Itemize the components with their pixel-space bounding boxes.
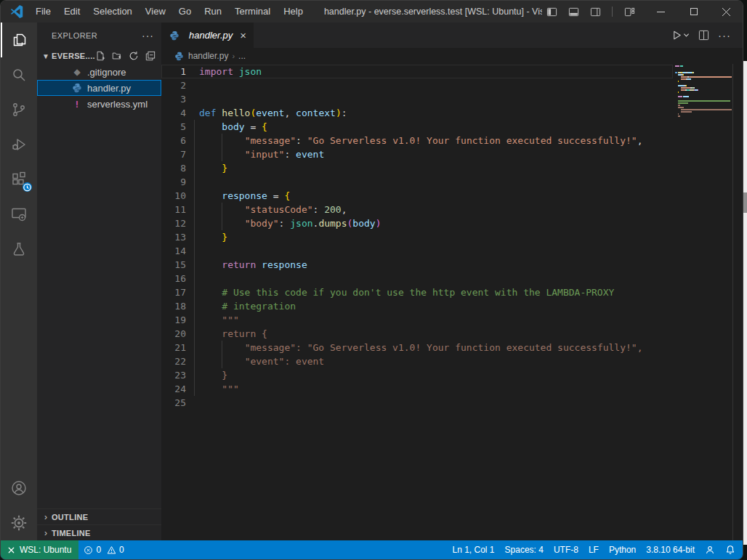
toggle-secondary-sidebar-icon[interactable]: [586, 2, 605, 21]
code-line[interactable]: 12 "body": json.dumps(body): [161, 216, 673, 230]
errors-icon: [84, 545, 93, 555]
code-line[interactable]: 9: [161, 175, 673, 189]
code-editor[interactable]: 1import json234def hello(event, context)…: [161, 64, 743, 540]
code-line[interactable]: 5 body = {: [161, 120, 673, 134]
indent-guide: [194, 313, 195, 327]
code-line[interactable]: 22 "event": event: [161, 354, 673, 368]
code-line[interactable]: 8 }: [161, 161, 673, 175]
minimize-button[interactable]: [645, 1, 677, 23]
code-text: [199, 272, 673, 285]
warnings-count: 0: [119, 545, 124, 555]
extensions-icon[interactable]: [1, 162, 37, 197]
file-handler-py[interactable]: handler.py: [37, 80, 161, 96]
code-line[interactable]: 2: [161, 78, 673, 92]
minimap[interactable]: [675, 65, 732, 120]
toggle-primary-sidebar-icon[interactable]: [542, 2, 561, 21]
menu-file[interactable]: File: [29, 1, 57, 23]
explorer-more-actions-icon[interactable]: ···: [142, 30, 154, 41]
code-line[interactable]: 11 "statusCode": 200,: [161, 203, 673, 216]
menu-view[interactable]: View: [139, 1, 172, 23]
status-encoding[interactable]: UTF-8: [549, 540, 584, 559]
status-indentation[interactable]: Spaces: 4: [500, 540, 549, 559]
menu-edit[interactable]: Edit: [57, 1, 86, 23]
code-line[interactable]: 13 }: [161, 230, 673, 244]
menu-go[interactable]: Go: [172, 1, 198, 23]
code-line[interactable]: 20 return {: [161, 327, 673, 341]
editor-scrollbar[interactable]: [732, 64, 743, 540]
file-serverless-yml[interactable]: !serverless.yml: [37, 96, 161, 112]
code-line[interactable]: 25: [161, 396, 673, 410]
code-line[interactable]: 19 """: [161, 313, 673, 327]
line-number: 25: [161, 396, 186, 410]
status-eol-sequence[interactable]: LF: [584, 540, 604, 559]
code-line[interactable]: 10 response = {: [161, 189, 673, 203]
refresh-icon[interactable]: [129, 51, 139, 61]
code-text: [199, 175, 673, 189]
tab-handler-py[interactable]: handler.py ×: [161, 23, 254, 48]
minimap-line: [675, 70, 732, 71]
code-text: return {: [199, 327, 673, 341]
minimap-line: [675, 83, 732, 84]
breadcrumb-chevron-icon: ›: [232, 52, 235, 60]
maximize-button[interactable]: [677, 1, 710, 23]
file-label: handler.py: [87, 83, 131, 94]
settings-icon[interactable]: [1, 506, 37, 540]
code-line[interactable]: 7 "input": event: [161, 147, 673, 161]
notifications-bell-icon[interactable]: [720, 540, 743, 559]
menu-selection[interactable]: Selection: [86, 1, 138, 23]
code-text: [199, 92, 673, 106]
code-line[interactable]: 1import json: [161, 65, 673, 78]
code-text: response = {: [199, 189, 673, 203]
code-line[interactable]: 14: [161, 244, 673, 258]
run-python-file-button[interactable]: [669, 23, 693, 48]
code-text: [199, 244, 673, 258]
panel-timeline[interactable]: ›TIMELINE: [37, 524, 161, 540]
code-line[interactable]: 17 # Use this code if you don't use the …: [161, 285, 673, 299]
code-line[interactable]: 4def hello(event, context):: [161, 106, 673, 120]
code-line[interactable]: 16: [161, 272, 673, 285]
remote-explorer-icon[interactable]: [1, 197, 37, 232]
collapse-all-icon[interactable]: [145, 51, 156, 61]
folder-section-header[interactable]: ▼ EVERSE....: [37, 48, 161, 64]
remote-indicator[interactable]: WSL: Ubuntu: [1, 540, 78, 559]
breadcrumb-symbol[interactable]: ...: [238, 51, 246, 61]
menu-run[interactable]: Run: [198, 1, 228, 23]
close-button[interactable]: [710, 1, 743, 23]
run-and-debug-icon[interactable]: [1, 127, 37, 162]
status-language-mode[interactable]: Python: [604, 540, 641, 559]
accounts-icon[interactable]: [1, 471, 37, 506]
code-line[interactable]: 15 return response: [161, 258, 673, 272]
toggle-panel-icon[interactable]: [564, 2, 583, 21]
breadcrumb-file[interactable]: handler.py: [188, 51, 228, 61]
source-control-icon[interactable]: [1, 92, 37, 127]
panel-outline[interactable]: ›OUTLINE: [37, 508, 161, 524]
customize-layout-icon[interactable]: [620, 2, 639, 21]
file-tree: ◆.gitignorehandler.py!serverless.yml: [37, 64, 161, 112]
split-editor-icon[interactable]: [695, 23, 712, 48]
tab-close-icon[interactable]: ×: [240, 29, 246, 41]
testing-icon[interactable]: [1, 232, 37, 267]
new-folder-icon[interactable]: [112, 51, 122, 61]
status-python-interpreter[interactable]: 3.8.10 64-bit: [641, 540, 700, 559]
chevron-right-icon: ›: [40, 528, 52, 538]
feedback-icon[interactable]: [700, 540, 720, 559]
file-label: serverless.yml: [87, 99, 148, 110]
menu-terminal[interactable]: Terminal: [228, 1, 277, 23]
explorer-icon[interactable]: [1, 23, 37, 57]
code-line[interactable]: 3: [161, 92, 673, 106]
status-cursor-position[interactable]: Ln 1, Col 1: [447, 540, 499, 559]
menu-help[interactable]: Help: [277, 1, 310, 23]
line-number: 8: [161, 161, 186, 175]
code-line[interactable]: 23 }: [161, 368, 673, 382]
code-line[interactable]: 21 "message": "Go Serverless v1.0! Your …: [161, 341, 673, 354]
editor-more-actions-icon[interactable]: ···: [715, 23, 734, 48]
code-line[interactable]: 18 # integration: [161, 299, 673, 313]
search-icon[interactable]: [1, 57, 37, 92]
code-line[interactable]: 6 "message": "Go Serverless v1.0! Your f…: [161, 134, 673, 147]
new-file-icon[interactable]: [95, 51, 105, 61]
problems-indicator[interactable]: 0 0: [78, 540, 129, 559]
code-line[interactable]: 24 """: [161, 382, 673, 396]
file--gitignore[interactable]: ◆.gitignore: [37, 64, 161, 80]
code-text: # integration: [199, 299, 673, 313]
indent-guide: [194, 134, 195, 147]
